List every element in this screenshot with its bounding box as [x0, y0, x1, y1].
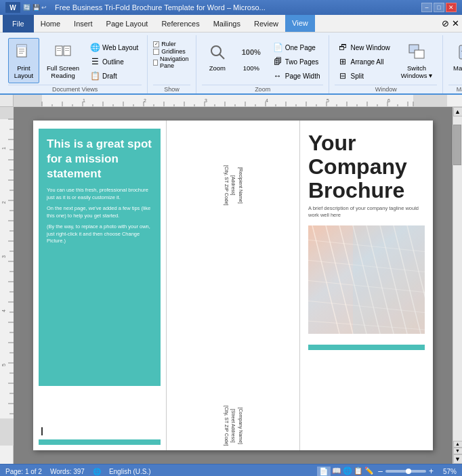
status-right: 📄 📖 🌐 📋 ✏️ – + 57% [317, 467, 457, 476]
gridlines-label: Gridlines [161, 48, 186, 55]
menu-item-view[interactable]: View [285, 15, 315, 32]
svg-text:3: 3 [205, 98, 207, 103]
brochure-middle-panel: [Recipient Name][Address][City, ST ZIP C… [167, 121, 299, 450]
ruler-corner [0, 95, 14, 107]
outline-button[interactable]: ☰ Outline [87, 55, 142, 68]
svg-rect-7 [57, 48, 61, 49]
gridlines-checkbox[interactable] [153, 49, 159, 55]
zoom-percent[interactable]: 57% [438, 468, 457, 475]
menu-item-mailings[interactable]: Mailings [207, 15, 247, 32]
macros-button[interactable]: fx Macros ▾ [448, 38, 462, 75]
svg-rect-18 [14, 95, 42, 107]
ribbon-group-show: Ruler Gridlines Navigation Pane Show [148, 35, 196, 93]
new-window-icon: 🗗 [338, 43, 348, 52]
zoom-100-button[interactable]: 100% 100% [236, 38, 267, 75]
navigation-checkbox[interactable] [153, 60, 158, 66]
switch-windows-button[interactable]: SwitchWindows ▾ [396, 38, 437, 83]
document-views-label: Document Views [8, 85, 142, 93]
outline-icon: ☰ [90, 57, 100, 66]
zoom-slider[interactable]: – + [378, 467, 434, 476]
new-window-button[interactable]: 🗗 New Window [335, 41, 393, 54]
view-outline-icon[interactable]: 📋 [354, 467, 363, 476]
zoom-small-buttons: 📄 One Page 🗐 Two Pages ↔ Page Width [270, 38, 324, 83]
help-icon[interactable]: ⊘ [442, 18, 449, 28]
split-button[interactable]: ⊟ Split [335, 69, 393, 83]
draft-button[interactable]: 📋 Draft [87, 69, 142, 83]
svg-text:4: 4 [1, 309, 6, 312]
menu-item-review[interactable]: Review [247, 15, 285, 32]
title-controls[interactable]: – □ ✕ [421, 3, 457, 12]
arrange-all-button[interactable]: ⊞ Arrange All [335, 55, 393, 68]
ruler-checkbox[interactable] [153, 41, 159, 47]
company-name-text: YourCompanyBrochure [308, 131, 425, 203]
one-page-button[interactable]: 📄 One Page [270, 41, 324, 54]
view-mode-icons[interactable]: 📄 📖 🌐 📋 ✏️ [317, 467, 374, 476]
scroll-small-up[interactable]: ▲ [453, 441, 463, 448]
two-pages-icon: 🗐 [273, 57, 282, 66]
navigation-label: Navigation Pane [160, 56, 190, 69]
close-icon[interactable]: ✕ [452, 18, 459, 28]
menu-item-page-layout[interactable]: Page Layout [100, 15, 155, 32]
show-label: Show [153, 85, 190, 93]
view-draft-icon[interactable]: ✏️ [364, 467, 374, 476]
language-flag: 🌐 [93, 468, 101, 475]
brochure-right-panel: YourCompanyBrochure A brief description … [300, 121, 433, 450]
zoom-minus[interactable]: – [378, 467, 383, 476]
navigation-checkbox-row[interactable]: Navigation Pane [153, 56, 190, 69]
svg-rect-9 [65, 48, 69, 49]
body-text-2: On the next page, we've added a few tips… [47, 205, 152, 219]
brochure-left-panel: This is a great spot for a mission state… [33, 121, 166, 450]
page-width-label: Page Width [285, 72, 320, 80]
svg-point-11 [211, 46, 221, 56]
scroll-thumb[interactable] [453, 125, 461, 165]
right-panel-content: YourCompanyBrochure A brief description … [300, 121, 433, 339]
svg-rect-19 [413, 95, 447, 107]
svg-line-12 [219, 54, 224, 59]
full-screen-reading-button[interactable]: Full ScreenReading [42, 38, 84, 83]
slider-thumb [406, 469, 411, 474]
svg-rect-65 [0, 107, 14, 119]
zoom-button[interactable]: Zoom [202, 38, 233, 75]
ruler-checkbox-row[interactable]: Ruler [153, 41, 190, 47]
svg-text:4: 4 [266, 98, 268, 103]
menu-item-home[interactable]: Home [34, 15, 67, 32]
vertical-scrollbar[interactable]: ▲ ▲ ▼ ▼ [453, 107, 462, 464]
close-button[interactable]: ✕ [446, 3, 457, 12]
one-page-icon: 📄 [273, 43, 282, 52]
scroll-small-down[interactable]: ▼ [453, 448, 463, 454]
svg-rect-10 [65, 50, 69, 51]
full-screen-icon [52, 41, 74, 63]
mission-block: This is a great spot for a mission state… [39, 129, 161, 386]
split-label: Split [350, 72, 363, 80]
minimize-button[interactable]: – [421, 3, 432, 12]
web-layout-button[interactable]: 🌐 Web Layout [87, 41, 142, 54]
svg-rect-3 [19, 51, 24, 51]
view-web-icon[interactable]: 🌐 [343, 467, 352, 476]
scroll-down-arrow[interactable]: ▼ [453, 454, 463, 464]
svg-text:6: 6 [387, 98, 390, 103]
menu-item-references[interactable]: References [154, 15, 206, 32]
view-print-icon[interactable]: 📄 [317, 467, 331, 476]
menu-item-insert[interactable]: Insert [67, 15, 100, 32]
body-text-1: You can use this fresh, professional bro… [47, 187, 152, 201]
slider-track[interactable] [385, 470, 426, 473]
zoom-plus[interactable]: + [429, 467, 434, 476]
print-layout-button[interactable]: PrintLayout [8, 38, 39, 83]
view-read-icon[interactable]: 📖 [332, 467, 341, 476]
document-scroll[interactable]: This is a great spot for a mission state… [14, 107, 453, 464]
gridlines-checkbox-row[interactable]: Gridlines [153, 48, 190, 55]
maximize-button[interactable]: □ [434, 3, 444, 12]
word-count: Words: 397 [50, 468, 85, 475]
scroll-up-arrow[interactable]: ▲ [453, 107, 463, 116]
page-width-button[interactable]: ↔ Page Width [270, 69, 324, 83]
title-text: Free Business Tri-Fold Brochure Template… [55, 3, 266, 12]
draft-icon: 📋 [90, 71, 100, 81]
title-bar-left: W 🔄 💾 ↩ Free Business Tri-Fold Brochure … [5, 2, 266, 13]
two-pages-button[interactable]: 🗐 Two Pages [270, 55, 324, 68]
vertical-ruler: 1 2 3 4 5 [0, 107, 14, 464]
svg-text:5: 5 [327, 98, 329, 103]
one-page-label: One Page [285, 44, 316, 51]
web-layout-label: Web Layout [102, 44, 138, 51]
macros-icon: fx [455, 41, 462, 63]
menu-item-file[interactable]: File [3, 15, 34, 33]
